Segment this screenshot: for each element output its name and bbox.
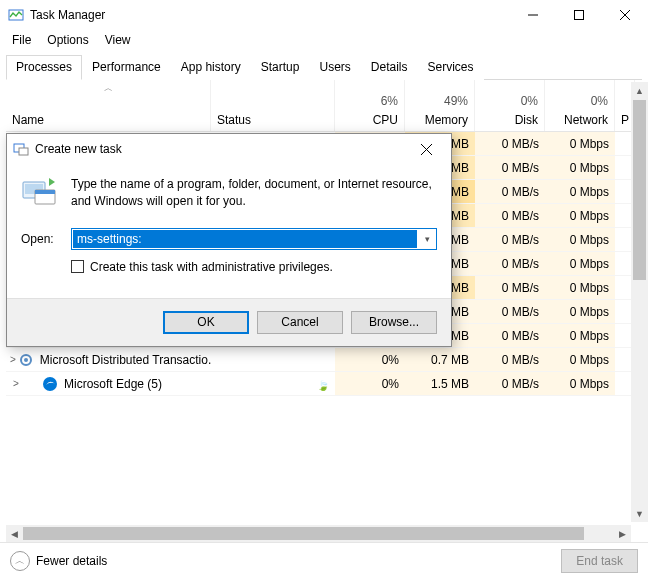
sort-indicator-icon: ︿ [104, 82, 113, 95]
dialog-description: Type the name of a program, folder, docu… [71, 176, 437, 210]
cell-network: 0 Mbps [545, 180, 615, 203]
col-network-label: Network [564, 113, 608, 127]
window-title: Task Manager [30, 8, 510, 22]
menu-file[interactable]: File [4, 31, 39, 49]
cell-network: 0 Mbps [545, 204, 615, 227]
cell-disk: 0 MB/s [475, 204, 545, 227]
tab-services[interactable]: Services [418, 55, 484, 80]
close-button[interactable] [602, 0, 648, 30]
network-pct: 0% [591, 94, 608, 108]
admin-label: Create this task with administrative pri… [90, 260, 333, 274]
cpu-pct: 6% [381, 94, 398, 108]
cell-disk: 0 MB/s [475, 276, 545, 299]
svg-rect-23 [35, 190, 55, 194]
svg-point-15 [43, 377, 57, 391]
table-row[interactable]: >Microsoft Edge (5)🍃0%1.5 MB0 MB/s0 Mbps [6, 372, 642, 396]
dialog-titlebar: Create new task [7, 134, 451, 164]
tab-app-history[interactable]: App history [171, 55, 251, 80]
tab-details[interactable]: Details [361, 55, 418, 80]
fewer-details-button[interactable]: ︿ Fewer details [10, 551, 107, 571]
svg-point-14 [24, 358, 28, 362]
open-input[interactable] [73, 230, 417, 248]
expand-icon[interactable]: > [10, 354, 16, 365]
scroll-right-icon[interactable]: ▶ [614, 529, 631, 539]
col-cpu[interactable]: 6% CPU [335, 80, 405, 131]
tab-users[interactable]: Users [309, 55, 360, 80]
scroll-left-icon[interactable]: ◀ [6, 529, 23, 539]
chevron-up-icon: ︿ [10, 551, 30, 571]
menu-options[interactable]: Options [39, 31, 96, 49]
run-program-icon [21, 176, 59, 208]
admin-checkbox-row[interactable]: Create this task with administrative pri… [71, 260, 437, 274]
cell-disk: 0 MB/s [475, 372, 545, 395]
cell-network: 0 Mbps [545, 156, 615, 179]
process-name: Microsoft Edge (5) [64, 377, 162, 391]
cell-network: 0 Mbps [545, 252, 615, 275]
end-task-button[interactable]: End task [561, 549, 638, 573]
col-memory[interactable]: 49% Memory [405, 80, 475, 131]
task-manager-icon [8, 7, 24, 23]
maximize-button[interactable] [556, 0, 602, 30]
cell-memory: 0.7 MB [405, 348, 475, 371]
disk-pct: 0% [521, 94, 538, 108]
cell-disk: 0 MB/s [475, 300, 545, 323]
horizontal-scrollbar[interactable]: ◀ ▶ [6, 525, 631, 542]
cell-disk: 0 MB/s [475, 132, 545, 155]
cancel-button[interactable]: Cancel [257, 311, 343, 334]
tab-performance[interactable]: Performance [82, 55, 171, 80]
scroll-down-icon[interactable]: ▼ [631, 505, 648, 522]
close-icon [421, 144, 432, 155]
tab-processes[interactable]: Processes [6, 55, 82, 80]
cell-network: 0 Mbps [545, 228, 615, 251]
cell-network: 0 Mbps [545, 276, 615, 299]
minimize-button[interactable] [510, 0, 556, 30]
col-memory-label: Memory [425, 113, 468, 127]
cell-network: 0 Mbps [545, 324, 615, 347]
open-combobox[interactable]: ▾ [71, 228, 437, 250]
browse-button[interactable]: Browse... [351, 311, 437, 334]
process-icon [42, 376, 58, 392]
cell-memory: 1.5 MB [405, 372, 475, 395]
process-name: Microsoft Distributed Transactio... [40, 353, 211, 367]
cell-network: 0 Mbps [545, 348, 615, 371]
scroll-up-icon[interactable]: ▲ [631, 82, 648, 99]
table-header: ︿ Name Status 6% CPU 49% Memory 0% Disk … [6, 80, 642, 132]
run-dialog-icon [13, 141, 29, 157]
dialog-close-button[interactable] [407, 136, 445, 162]
col-disk[interactable]: 0% Disk [475, 80, 545, 131]
scroll-thumb-v[interactable] [633, 100, 646, 280]
col-name[interactable]: ︿ Name [6, 80, 211, 131]
window-titlebar: Task Manager [0, 0, 648, 30]
ok-button[interactable]: OK [163, 311, 249, 334]
cell-network: 0 Mbps [545, 372, 615, 395]
create-task-dialog: Create new task Type the name of a progr… [6, 133, 452, 347]
cell-network: 0 Mbps [545, 300, 615, 323]
open-label: Open: [21, 232, 61, 246]
cell-disk: 0 MB/s [475, 228, 545, 251]
svg-rect-2 [575, 11, 584, 20]
dialog-button-bar: OK Cancel Browse... [7, 298, 451, 346]
footer: ︿ Fewer details End task [0, 542, 648, 578]
col-status-label: Status [217, 113, 328, 127]
admin-checkbox[interactable] [71, 260, 84, 273]
scroll-thumb-h[interactable] [23, 527, 584, 540]
col-network[interactable]: 0% Network [545, 80, 615, 131]
menubar: File Options View [0, 30, 648, 50]
tab-strip: Processes Performance App history Startu… [6, 54, 642, 80]
col-disk-label: Disk [515, 113, 538, 127]
cell-cpu: 0% [335, 372, 405, 395]
chevron-down-icon[interactable]: ▾ [418, 234, 436, 244]
menu-view[interactable]: View [97, 31, 139, 49]
col-cpu-label: CPU [373, 113, 398, 127]
fewer-details-label: Fewer details [36, 554, 107, 568]
table-row[interactable]: >Microsoft Distributed Transactio...0%0.… [6, 348, 642, 372]
cell-disk: 0 MB/s [475, 324, 545, 347]
tab-startup[interactable]: Startup [251, 55, 310, 80]
leaf-icon: 🍃 [317, 380, 325, 388]
expand-icon[interactable]: > [10, 378, 22, 389]
cell-network: 0 Mbps [545, 132, 615, 155]
cell-cpu: 0% [335, 348, 405, 371]
dialog-title: Create new task [35, 142, 407, 156]
vertical-scrollbar[interactable]: ▲ ▼ [631, 82, 648, 522]
col-status[interactable]: Status [211, 80, 335, 131]
